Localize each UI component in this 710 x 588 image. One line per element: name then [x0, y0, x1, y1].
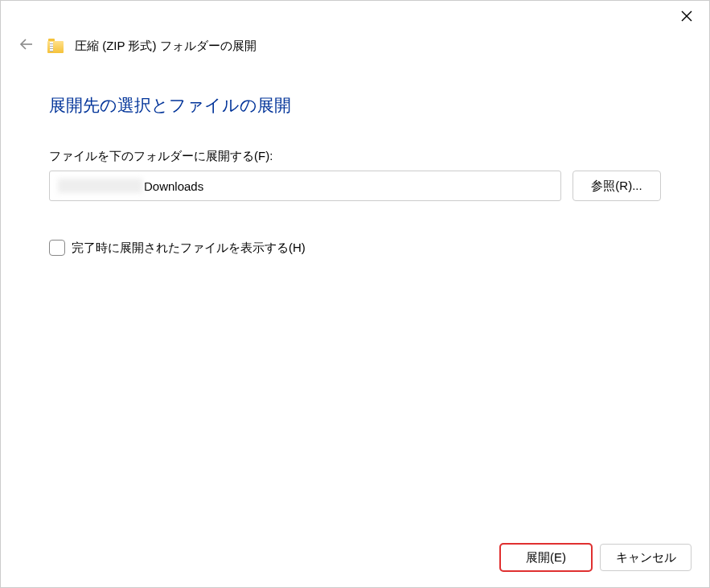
back-arrow-icon: [19, 37, 34, 55]
browse-button[interactable]: 参照(R)...: [573, 171, 661, 201]
path-visible-segment: Downloads: [144, 179, 203, 193]
back-button[interactable]: [17, 36, 36, 56]
wizard-title: 圧縮 (ZIP 形式) フォルダーの展開: [75, 39, 257, 54]
destination-row: Downloads 参照(R)...: [49, 171, 661, 201]
show-files-checkbox-row: 完了時に展開されたファイルを表示する(H): [49, 240, 661, 256]
close-button[interactable]: [677, 7, 696, 27]
show-files-checkbox[interactable]: [49, 240, 65, 256]
destination-path-input[interactable]: Downloads: [49, 171, 561, 201]
main-heading: 展開先の選択とファイルの展開: [49, 94, 661, 117]
titlebar: [1, 1, 709, 33]
content-area: 展開先の選択とファイルの展開 ファイルを下のフォルダーに展開する(F): Dow…: [1, 65, 709, 531]
wizard-header: 圧縮 (ZIP 形式) フォルダーの展開: [1, 33, 709, 65]
zip-folder-icon: [47, 39, 64, 53]
footer-buttons: 展開(E) キャンセル: [1, 531, 709, 587]
extract-wizard-window: 圧縮 (ZIP 形式) フォルダーの展開 展開先の選択とファイルの展開 ファイル…: [0, 0, 710, 588]
show-files-checkbox-label[interactable]: 完了時に展開されたファイルを表示する(H): [72, 241, 306, 256]
cancel-button[interactable]: キャンセル: [600, 544, 692, 571]
path-redacted-segment: [58, 179, 142, 193]
destination-label: ファイルを下のフォルダーに展開する(F):: [49, 149, 661, 164]
extract-button[interactable]: 展開(E): [500, 544, 592, 571]
close-icon: [680, 10, 693, 25]
